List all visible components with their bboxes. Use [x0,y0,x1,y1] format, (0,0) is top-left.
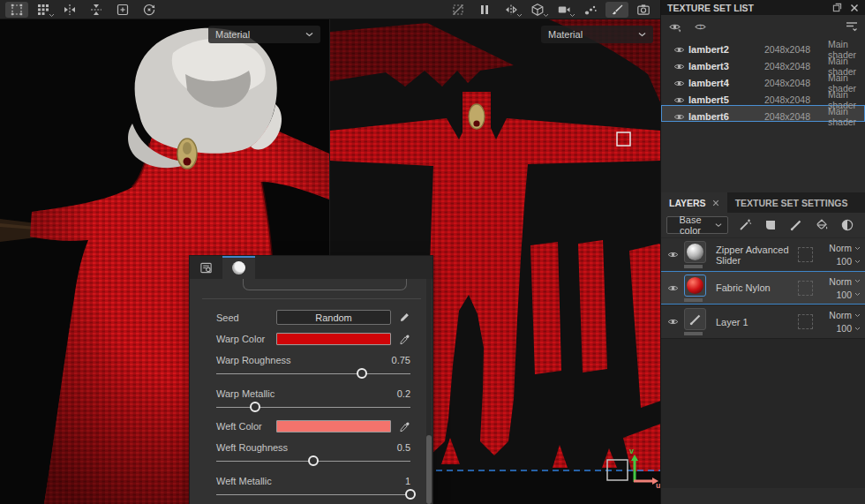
texture-set-resolution: 2048x2048 [764,61,828,71]
fill-layer-icon[interactable] [763,218,778,232]
channel-filter-dropdown[interactable]: Base color [666,216,728,234]
seed-button[interactable]: Random [276,310,391,325]
layer-row-layer-1[interactable]: Layer 1Norm100 [661,305,865,338]
reset-rotation-icon [142,3,156,17]
warp-color-swatch[interactable] [276,333,391,345]
tab-texture-set-settings[interactable]: TEXTURE SET SETTINGS [727,192,856,213]
weft-metallic-slider-handle[interactable] [405,489,416,500]
frame-selection-button[interactable] [111,2,134,18]
smart-material-wand-icon[interactable] [738,218,752,232]
tab-properties[interactable] [190,256,222,279]
layer-row-zipper-advanced-slider[interactable]: Zipper Advanced SliderNorm100 [661,237,865,271]
symmetry-button[interactable] [500,2,523,18]
mirror-vertical-icon [89,3,103,17]
warp-roughness-slider-handle[interactable] [357,368,367,379]
texture-set-resolution: 2048x2048 [764,44,828,55]
layer-mask-slot[interactable] [798,247,813,262]
blend-mode-dropdown[interactable]: Norm [829,243,861,253]
reset-rotation-button[interactable] [138,2,161,18]
marquee-select-button[interactable] [5,2,28,18]
eye-icon[interactable] [669,78,688,89]
material-mode-dropdown[interactable]: Material [208,26,320,43]
eye-icon[interactable] [666,316,680,327]
eye-icon[interactable] [669,94,688,106]
solo-visibility-icon[interactable]: 1 [694,21,707,33]
layer-row-fabric-nylon[interactable]: Fabric NylonNorm100 [661,271,865,305]
properties-scrollbar[interactable] [426,279,432,504]
mirror-horizontal-icon [63,3,77,17]
layer-name: Fabric Nylon [711,282,798,293]
slider-track[interactable] [216,373,410,374]
material-mode-dropdown-2d[interactable]: Material [541,26,653,43]
eye-icon[interactable] [669,44,688,56]
slider-track[interactable] [216,494,410,495]
close-panel-icon[interactable] [850,4,859,12]
param-row-weft-color: Weft Color [216,420,410,433]
layer-name: Layer 1 [711,317,798,327]
param-label: Warp Roughness [216,355,291,365]
eyedropper-icon[interactable] [391,421,410,433]
texture-set-list-title: TEXTURE SET LIST [667,3,824,13]
texture-set-row-lambert5[interactable]: lambert52048x2048Main shader [661,88,865,105]
layer-mask-slot[interactable] [798,281,813,296]
layer-thumbnail-sphere-gray [684,241,706,263]
texture-set-row-lambert2[interactable]: lambert22048x2048Main shader [661,38,865,55]
particle-brush-button[interactable] [579,2,602,18]
eye-icon[interactable] [669,111,688,123]
layer-content-bar [684,298,703,302]
tiling-grid-button[interactable] [32,2,55,18]
layers-list: Zipper Advanced SliderNorm100Fabric Nylo… [661,237,865,338]
right-dock-panel: TEXTURE SET LIST 1 lambert22048x2048Main… [660,0,865,504]
weft-color-swatch[interactable] [276,420,391,433]
chevron-down-icon [543,13,549,18]
texture-set-row-lambert3[interactable]: lambert32048x2048Main shader [661,55,865,71]
undock-panel-icon[interactable] [832,3,842,12]
param-row-warp-color: Warp Color [216,333,410,345]
blend-mode-dropdown[interactable]: Norm [829,310,861,320]
eye-icon[interactable] [666,282,680,294]
slider-track[interactable] [216,407,410,408]
param-row-warp-roughness: Warp Roughness0.75 [216,353,410,380]
adjustment-mask-icon[interactable] [840,218,854,232]
weft-roughness-slider-handle[interactable] [308,455,319,466]
opacity-dropdown[interactable]: 100 [836,323,861,334]
paint-layer-icon[interactable] [789,218,803,232]
blend-mode-dropdown[interactable]: Norm [829,276,861,287]
camera-mode-button[interactable] [553,2,575,18]
texture-set-row-lambert4[interactable]: lambert42048x2048Main shader [661,71,865,88]
list-filter-icon[interactable] [846,21,858,32]
warp-metallic-slider-handle[interactable] [250,402,260,412]
eye-icon[interactable] [666,249,680,260]
layer-mask-slot[interactable] [798,314,813,329]
bucket-fill-icon[interactable] [815,218,829,232]
properties-panel-body: SeedRandomWarp ColorWarp Roughness0.75Wa… [190,279,432,504]
scrolled-out-control [243,279,407,290]
edit-pencil-icon[interactable] [391,312,410,323]
opacity-value: 100 [836,256,852,267]
tab-layers[interactable]: LAYERS [661,192,727,213]
close-tab-icon[interactable] [712,199,719,207]
texture-set-row-lambert6[interactable]: lambert62048x2048Main shader [661,105,865,122]
mirror-horizontal-button[interactable] [58,2,81,18]
scrollbar-thumb[interactable] [426,435,432,504]
selection-disabled-button[interactable] [447,2,470,18]
param-label: Seed [216,312,276,323]
tab-material-sphere[interactable] [222,256,255,279]
opacity-dropdown[interactable]: 100 [836,256,861,267]
param-value: 0.75 [392,355,410,365]
layer-thumbnail-brush-icon [684,308,706,330]
layers-tab-bar: LAYERS TEXTURE SET SETTINGS [661,192,865,213]
texture-set-name: lambert5 [688,94,764,105]
opacity-dropdown[interactable]: 100 [836,290,861,300]
texture-set-resolution: 2048x2048 [764,78,828,88]
material-properties-panel: SeedRandomWarp ColorWarp Roughness0.75Wa… [190,256,432,504]
pause-button[interactable] [473,2,496,18]
eye-icon[interactable] [669,61,688,72]
screenshot-camera-button[interactable] [632,2,655,18]
texture-set-list: lambert22048x2048Main shaderlambert32048… [661,38,865,122]
mirror-vertical-button[interactable] [85,2,108,18]
refresh-visibility-icon[interactable] [668,21,681,33]
eyedropper-icon[interactable] [391,334,410,345]
display-mode-cube-button[interactable] [526,2,549,18]
paint-brush-button[interactable] [606,2,628,18]
